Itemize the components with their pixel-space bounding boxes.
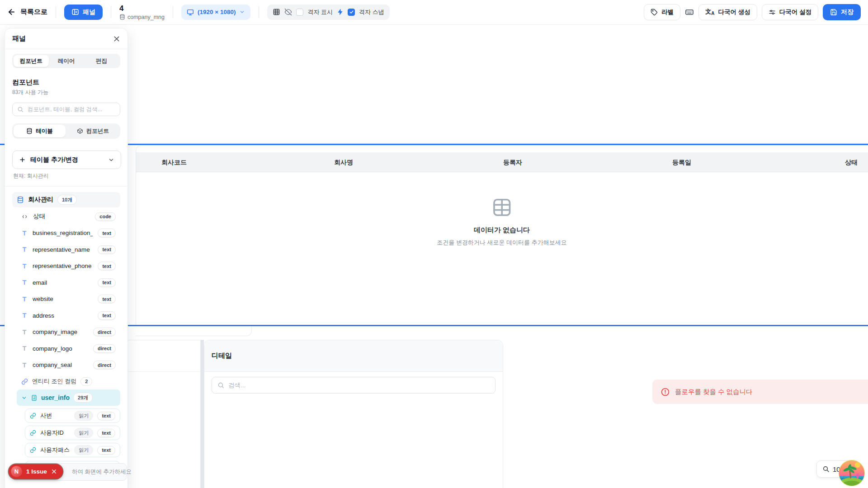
back-arrow-icon: [7, 8, 16, 16]
join-table-count-badge: 29개: [73, 393, 93, 403]
back-label: 목록으로: [20, 8, 47, 16]
building-icon: [31, 394, 38, 401]
add-table-dropdown[interactable]: 테이블 추가/변경: [12, 150, 121, 169]
divider: [111, 6, 111, 18]
column-name: website: [33, 296, 93, 302]
panel-icon: [71, 8, 79, 16]
column-type-badge: direct: [93, 361, 116, 369]
join-table-user-info[interactable]: user_info 29개: [17, 389, 120, 406]
entity-join-section: 엔티티 조인 컬럼 2: [5, 373, 127, 386]
column-type-badge: text: [97, 446, 115, 455]
table-group-row[interactable]: 회사관리 10개: [12, 192, 120, 207]
panel-tabs: 컴포넌트 레이어 편집: [12, 54, 120, 68]
mode-component-button[interactable]: 컴포넌트: [67, 125, 119, 137]
grid-snap-label: 격자 스냅: [359, 8, 384, 16]
mode-table-button[interactable]: 테이블: [14, 125, 66, 137]
grid-icon[interactable]: [273, 8, 280, 16]
column-item[interactable]: T representative_phone text: [5, 258, 127, 275]
join-column-item[interactable]: 사용자ID 읽기 text: [25, 426, 120, 440]
label-button[interactable]: 라벨: [644, 4, 680, 20]
plus-icon: [19, 156, 26, 163]
column-list: 상태 code T business_registration_numb tex…: [5, 208, 127, 373]
detail-search-placeholder: 검색...: [228, 381, 245, 389]
back-to-list-button[interactable]: 목록으로: [7, 8, 47, 16]
column-item[interactable]: T company_seal direct: [5, 357, 127, 374]
issue-count-label: 1 Issue: [26, 468, 47, 475]
selection-outline-bottom: [0, 325, 868, 326]
search-icon: [17, 106, 24, 113]
tab-edit[interactable]: 편집: [84, 55, 119, 67]
close-icon[interactable]: [51, 469, 57, 474]
column-header: 회사명: [334, 152, 353, 172]
mode-segmented-control: 테이블 컴포넌트: [12, 123, 120, 139]
join-column-name: 사용자패스워드: [40, 446, 70, 454]
grid-snap-checkbox[interactable]: [348, 9, 355, 16]
column-type-badge: direct: [93, 344, 116, 353]
column-type-badge: text: [98, 295, 116, 303]
viewport-size-label: (868 × 488): [198, 9, 236, 15]
tab-components[interactable]: 컴포넌트: [14, 55, 49, 67]
text-type-icon: T: [21, 230, 28, 237]
close-icon[interactable]: [113, 35, 120, 42]
column-type-badge: text: [97, 412, 115, 420]
column-item[interactable]: T website text: [5, 291, 127, 308]
column-type-badge: direct: [93, 328, 116, 336]
detail-search-input[interactable]: 검색...: [212, 377, 495, 394]
link-icon: [21, 378, 28, 385]
issue-badge[interactable]: N 1 Issue: [9, 464, 63, 479]
grid-show-checkbox[interactable]: [296, 9, 303, 16]
column-type-badge: text: [98, 229, 116, 237]
panel-toggle-button[interactable]: 패널: [64, 5, 103, 20]
text-type-icon: T: [21, 345, 28, 352]
keyboard-shortcuts-button[interactable]: [685, 8, 694, 17]
sliders-icon: [769, 9, 776, 16]
link-icon: [30, 447, 36, 453]
save-button[interactable]: 저장: [823, 4, 861, 20]
divider: [56, 6, 56, 18]
eye-off-icon[interactable]: [284, 8, 292, 16]
app-screen: 목록으로 패널 4 company_mng (868 × 488): [0, 0, 868, 488]
column-type-badge: text: [98, 262, 116, 270]
empty-state-title: 데이터가 없습니다: [474, 226, 530, 235]
search-icon: [217, 382, 224, 389]
column-name: representative_name: [33, 246, 93, 253]
i18n-settings-text: 다국어 설정: [779, 8, 811, 16]
column-header: 상태: [845, 152, 858, 172]
column-item[interactable]: T representative_name text: [5, 241, 127, 258]
text-type-icon: T: [21, 312, 28, 319]
tab-layers[interactable]: 레이어: [49, 55, 84, 67]
link-icon: [30, 413, 36, 419]
component-search-input[interactable]: 컴포넌트, 테이블, 컬럼 검색...: [12, 103, 120, 116]
panel-resizer-handle[interactable]: [201, 340, 204, 488]
join-column-item[interactable]: 사번 읽기 text: [25, 408, 120, 423]
bound-table-name: company_mng: [127, 14, 165, 20]
panel-button-label: 패널: [83, 8, 95, 16]
column-item[interactable]: T email text: [5, 274, 127, 291]
column-name: email: [33, 279, 93, 286]
column-count-badge: 10개: [57, 195, 77, 205]
lightning-icon: [337, 9, 344, 15]
column-item[interactable]: T business_registration_numb text: [5, 225, 127, 242]
column-item[interactable]: 상태 code: [5, 208, 127, 225]
divider: [173, 6, 173, 18]
detail-title: 디테일: [212, 352, 232, 360]
text-type-icon: T: [21, 263, 28, 270]
current-table-label: 현재: 회사관리: [13, 172, 120, 180]
column-item[interactable]: T company_image direct: [5, 324, 127, 341]
column-name: business_registration_numb: [33, 230, 93, 236]
flow-error-text: 플로우를 찾을 수 없습니다: [675, 388, 753, 396]
alert-circle-icon: [660, 387, 670, 397]
island-image: [838, 460, 865, 487]
column-item[interactable]: T address text: [5, 307, 127, 324]
database-icon: [26, 128, 33, 134]
viewport-size-dropdown[interactable]: (868 × 488): [181, 5, 250, 20]
i18n-generate-button[interactable]: 文A 다국어 생성: [698, 4, 757, 20]
selection-outline-top: [0, 144, 868, 145]
i18n-settings-button[interactable]: 다국어 설정: [762, 4, 818, 20]
column-item[interactable]: T company_logo direct: [5, 340, 127, 357]
detail-header: 디테일: [204, 340, 503, 372]
detail-component[interactable]: 디테일 검색...: [204, 340, 503, 488]
translate-icon: 文A: [705, 9, 714, 16]
join-column-item[interactable]: 사용자패스워드 읽기 text: [25, 443, 120, 457]
column-header: 등록자: [503, 152, 522, 172]
